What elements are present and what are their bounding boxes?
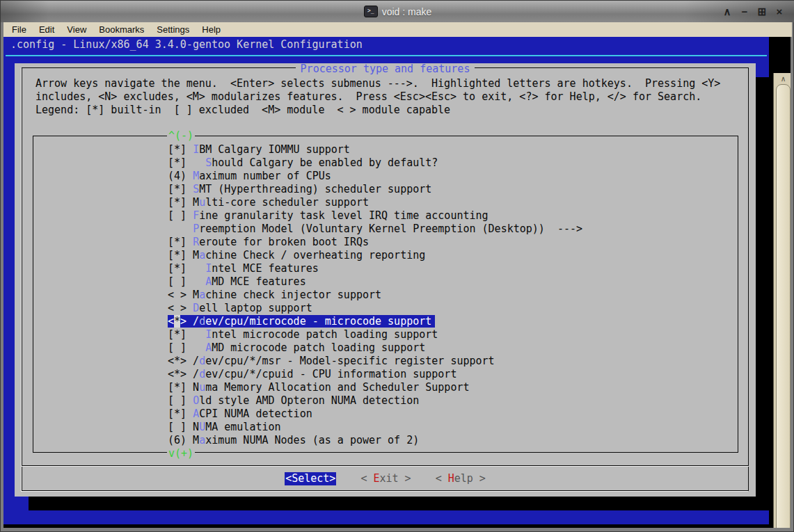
menu-item-row[interactable]: [ ] Fine granularity task level IRQ time… [168, 209, 582, 223]
title-group: >_ void : make [364, 6, 432, 17]
menu-bookmarks[interactable]: Bookmarks [93, 22, 150, 37]
dialog-title: Processor type and features [296, 63, 475, 75]
select-button[interactable]: <Select> [285, 472, 336, 485]
instruction-line: Arrow keys navigate the menu. <Enter> se… [35, 77, 720, 90]
button-row: <Select>< Exit >< Help > [15, 472, 756, 485]
scroll-down-indicator: v(+) [167, 448, 195, 460]
window-controls: ∧−⊞× [722, 1, 785, 22]
menu-listbox[interactable]: [*] IBM Calgary IOMMU support[*] Should … [33, 136, 738, 453]
menu-items: [*] IBM Calgary IOMMU support[*] Should … [168, 143, 582, 447]
config-dialog: Processor type and features Arrow keys n… [15, 63, 756, 497]
terminal-icon: >_ [364, 6, 378, 17]
menu-item-row[interactable]: [ ] Old style AMD Opteron NUMA detection [168, 394, 582, 408]
menubar: FileEditViewBookmarksSettingsHelp [3, 22, 792, 37]
close-button[interactable]: × [774, 6, 785, 17]
menu-settings[interactable]: Settings [150, 22, 196, 37]
config-header: .config - Linux/x86_64 3.4.0-gentoo Kern… [10, 39, 363, 51]
menu-item-row[interactable]: [*] Multi-core scheduler support [168, 196, 582, 209]
menu-item-row[interactable]: [*] SMT (Hyperthreading) scheduler suppo… [168, 183, 582, 196]
menu-item-row[interactable]: [*] Numa Memory Allocation and Scheduler… [168, 381, 582, 394]
instruction-line: includes, <N> excludes, <M> modularizes … [35, 90, 720, 104]
menu-item-row[interactable]: [*] Machine Check / overheating reportin… [168, 249, 582, 262]
menu-item-row[interactable]: [*] IBM Calgary IOMMU support [168, 143, 582, 156]
terminal-scrollbar[interactable]: ∧ ∧ ∨ [773, 73, 791, 528]
minimize-button[interactable]: − [739, 6, 750, 17]
konsole-window: >_ void : make ∧−⊞× FileEditViewBookmark… [0, 0, 794, 532]
header-separator [6, 55, 767, 56]
scrollbar-up-arrow-icon[interactable]: ∧ [774, 75, 791, 83]
button-separator [22, 465, 749, 466]
scrollbar-thumb[interactable] [776, 84, 791, 528]
menu-item-row[interactable]: Preemption Model (Voluntary Kernel Preem… [168, 223, 582, 236]
menuconfig-screen: .config - Linux/x86_64 3.4.0-gentoo Kern… [3, 37, 769, 524]
menu-edit[interactable]: Edit [33, 22, 61, 37]
dialog-title-row: Processor type and features [15, 63, 756, 75]
instruction-line: Legend: [*] built-in [ ] excluded <M> mo… [35, 104, 720, 117]
selection-cursor: * [174, 315, 180, 328]
terminal-viewport[interactable]: .config - Linux/x86_64 3.4.0-gentoo Kern… [3, 37, 791, 528]
keep-above-button[interactable]: ∧ [722, 6, 733, 18]
menu-item-row[interactable]: [*] Intel microcode patch loading suppor… [168, 328, 582, 341]
menu-item-row[interactable]: <*> /dev/cpu/*/cpuid - CPU information s… [168, 368, 582, 381]
help-button[interactable]: < Help > [436, 472, 486, 485]
menu-item-row[interactable]: < > Machine check injector support [168, 289, 582, 302]
maximize-button[interactable]: ⊞ [756, 6, 768, 18]
menu-help[interactable]: Help [196, 22, 227, 37]
menu-item-row[interactable]: [*] ACPI NUMA detection [168, 408, 582, 421]
menu-view[interactable]: View [61, 22, 93, 37]
menu-item-row[interactable]: [*] Should Calgary be enabled by default… [168, 156, 582, 170]
menu-item-row[interactable]: [ ] NUMA emulation [168, 421, 582, 434]
menu-item-row[interactable]: (4) Maximum number of CPUs [168, 170, 582, 183]
menu-item-row[interactable]: [ ] AMD MCE features [168, 275, 582, 289]
menu-file[interactable]: File [6, 22, 33, 37]
menu-item-row[interactable]: <*> /dev/cpu/microcode - microcode suppo… [168, 315, 582, 328]
menu-item-row[interactable]: [*] Reroute for broken boot IRQs [168, 236, 582, 249]
window-title: void : make [382, 6, 432, 17]
dialog-instructions: Arrow keys navigate the menu. <Enter> se… [35, 77, 720, 117]
menu-item-row[interactable]: [*] Intel MCE features [168, 262, 582, 275]
exit-button[interactable]: < Exit > [360, 472, 411, 485]
menu-item-row[interactable]: <*> /dev/cpu/*/msr - Model-specific regi… [168, 355, 582, 368]
scroll-up-indicator: ^(-) [167, 130, 195, 142]
menu-item-row[interactable]: (6) Maximum NUMA Nodes (as a power of 2) [168, 434, 582, 447]
menu-item-row[interactable]: < > Dell laptop support [168, 302, 582, 315]
window-titlebar[interactable]: >_ void : make ∧−⊞× [1, 1, 794, 22]
menu-item-row[interactable]: [ ] AMD microcode patch loading support [168, 341, 582, 355]
